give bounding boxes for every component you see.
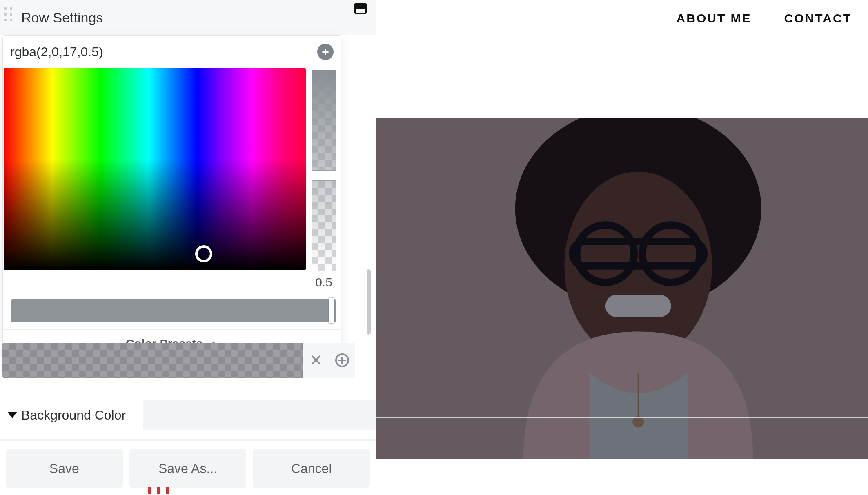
color-input-row: + xyxy=(3,36,341,68)
clear-color-button[interactable]: ✕ xyxy=(303,343,329,378)
chevron-down-icon xyxy=(7,412,17,418)
picker-body: 0.5 xyxy=(3,68,341,295)
brightness-handle[interactable] xyxy=(329,297,334,324)
app-root: ABOUT ME CONTACT Row Settings xyxy=(0,0,868,495)
drag-handle-icon[interactable] xyxy=(4,7,12,21)
current-color-swatch[interactable] xyxy=(2,343,303,378)
window-mode-icon[interactable] xyxy=(354,3,367,14)
alpha-handle[interactable] xyxy=(312,170,336,181)
plus-icon xyxy=(335,353,349,367)
preview-divider-line xyxy=(376,417,868,418)
save-as-button[interactable]: Save As... xyxy=(129,449,247,488)
color-spectrum[interactable] xyxy=(4,68,306,270)
add-swatch-icon[interactable]: + xyxy=(317,44,334,60)
preview-canvas[interactable] xyxy=(376,118,868,459)
close-icon: ✕ xyxy=(309,351,323,369)
spectrum-cursor[interactable] xyxy=(195,245,212,262)
nav-contact[interactable]: CONTACT xyxy=(784,11,852,25)
panel-title: Row Settings xyxy=(21,10,103,26)
alpha-value-label: 0.5 xyxy=(315,275,332,289)
row-settings-panel: Row Settings + 0.5 xyxy=(0,0,376,495)
nav-about-me[interactable]: ABOUT ME xyxy=(677,11,752,25)
background-color-section[interactable]: Background Color xyxy=(0,397,376,433)
save-button[interactable]: Save xyxy=(6,449,123,488)
add-color-button[interactable] xyxy=(329,343,355,378)
panel-header[interactable]: Row Settings xyxy=(0,0,376,35)
color-value-input[interactable] xyxy=(10,44,317,60)
section-shade xyxy=(143,400,376,430)
brightness-slider[interactable] xyxy=(11,299,336,322)
alpha-column: 0.5 xyxy=(312,68,336,289)
panel-scrollbar[interactable] xyxy=(367,269,371,335)
panel-footer: Save Save As... Cancel xyxy=(0,444,376,495)
background-color-label: Background Color xyxy=(21,408,126,423)
preview-color-overlay xyxy=(376,118,868,459)
section-separator xyxy=(0,439,376,441)
decorative-marks xyxy=(148,487,169,494)
current-swatch-row: ✕ xyxy=(2,343,355,378)
brightness-row xyxy=(3,295,341,329)
cancel-button[interactable]: Cancel xyxy=(253,449,370,488)
alpha-slider[interactable] xyxy=(312,70,336,271)
color-picker-popover: + 0.5 Color Presets xyxy=(2,35,341,358)
